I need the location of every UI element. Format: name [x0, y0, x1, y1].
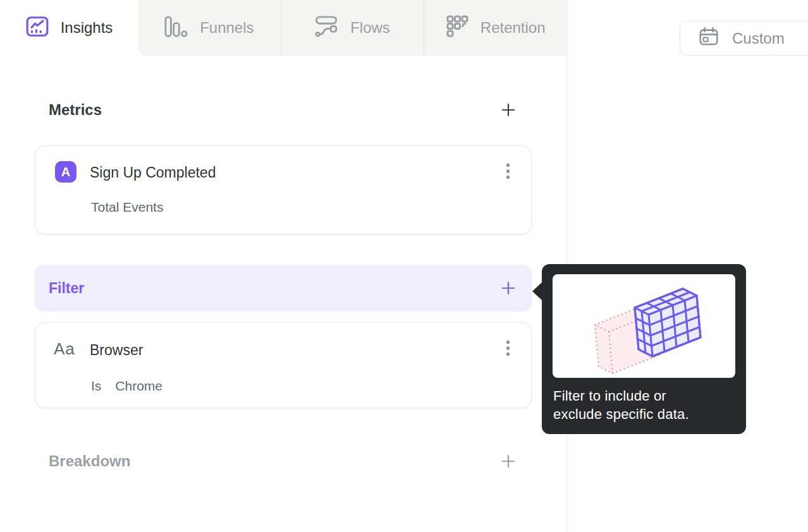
filter-card-browser[interactable]: Aa Browser IsChrome	[35, 322, 532, 408]
filter-condition: IsChrome	[91, 378, 162, 394]
filter-section-title: Filter	[49, 280, 84, 297]
calendar-icon	[698, 26, 719, 51]
metric-card-sign-up-completed[interactable]: A Sign Up Completed Total Events	[35, 145, 532, 234]
report-tabbar: Insights Funnels	[0, 0, 567, 56]
metrics-section-header: Metrics	[49, 101, 517, 119]
filter-tooltip-line2: exclude specific data.	[553, 405, 689, 423]
filter-kebab-menu-button[interactable]	[501, 338, 515, 361]
filter-tooltip: Filter to include or exclude specific da…	[542, 264, 746, 434]
filter-operator: Is	[91, 378, 101, 393]
tab-retention[interactable]: Retention	[424, 0, 567, 56]
filter-section-row[interactable]: Filter	[35, 265, 532, 311]
date-range-custom-button[interactable]: Custom	[680, 21, 808, 56]
filter-cube-illustration	[553, 274, 735, 378]
funnel-bars-icon	[164, 15, 188, 40]
filter-tooltip-text: Filter to include or exclude specific da…	[553, 387, 689, 423]
filter-property-name: Browser	[90, 342, 143, 359]
add-breakdown-button[interactable]	[500, 453, 517, 469]
tab-funnels-label: Funnels	[200, 19, 254, 37]
insights-report-builder: Insights Funnels	[0, 0, 808, 532]
tab-retention-label: Retention	[481, 19, 546, 37]
date-range-label: Custom	[732, 30, 785, 47]
tab-insights[interactable]: Insights	[0, 0, 138, 56]
metric-kebab-menu-button[interactable]	[501, 161, 515, 184]
metric-event-name: Sign Up Completed	[90, 164, 216, 181]
tab-funnels[interactable]: Funnels	[138, 0, 281, 56]
breakdown-section-title: Breakdown	[49, 452, 130, 470]
retention-dots-icon	[446, 15, 469, 40]
line-chart-icon	[25, 15, 49, 41]
tab-flows[interactable]: Flows	[281, 0, 424, 56]
tab-insights-label: Insights	[61, 19, 113, 37]
tab-flows-label: Flows	[350, 19, 390, 37]
add-filter-button[interactable]	[500, 280, 517, 296]
add-metric-button[interactable]	[500, 102, 517, 118]
filter-value: Chrome	[115, 378, 162, 393]
inactive-tab-group: Funnels Flows	[138, 0, 567, 56]
filter-tooltip-line1: Filter to include or	[553, 387, 689, 405]
metrics-section-title: Metrics	[49, 101, 102, 119]
flows-wave-icon	[315, 15, 339, 40]
metric-aggregation-label: Total Events	[91, 200, 163, 215]
breakdown-section-header: Breakdown	[49, 452, 517, 470]
string-property-icon: Aa	[54, 339, 75, 359]
metric-letter-badge: A	[55, 161, 77, 183]
